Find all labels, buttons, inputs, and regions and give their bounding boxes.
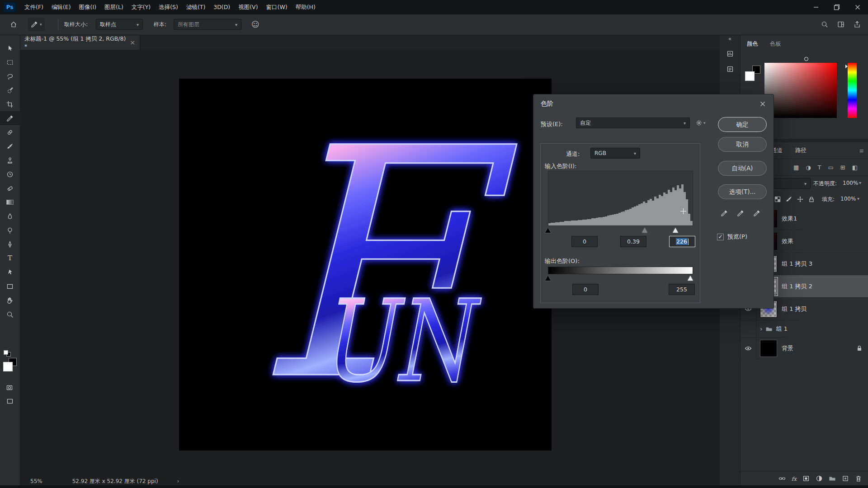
saturation-brightness-field[interactable]: [764, 63, 837, 118]
canvas-artwork[interactable]: F UN: [179, 79, 552, 450]
white-point-eyedropper-icon[interactable]: [753, 210, 760, 217]
hue-slider-marker[interactable]: [845, 65, 848, 68]
gray-point-eyedropper-icon[interactable]: [737, 210, 744, 217]
lock-all-icon[interactable]: [808, 196, 815, 203]
menu-item-3[interactable]: 图层(L): [100, 0, 127, 14]
cancel-button[interactable]: 取消: [718, 137, 767, 152]
screen-mode-button[interactable]: [6, 398, 14, 405]
type-tool[interactable]: T: [0, 251, 20, 265]
input-black-field[interactable]: 0: [571, 236, 598, 247]
foreground-background-swatch[interactable]: [3, 358, 17, 371]
panel-menu-icon[interactable]: ≡: [859, 147, 864, 154]
restore-button[interactable]: [826, 0, 847, 14]
pen-tool[interactable]: [0, 237, 20, 251]
lock-transparent-icon[interactable]: [774, 196, 781, 203]
close-tab-icon[interactable]: ×: [130, 39, 135, 46]
dodge-tool[interactable]: [0, 223, 20, 237]
search-icon[interactable]: [821, 21, 828, 28]
lasso-tool[interactable]: [0, 69, 20, 83]
zoom-tool[interactable]: [0, 307, 20, 321]
output-black-field[interactable]: 0: [572, 284, 599, 295]
options-button[interactable]: 选项(T)...: [718, 184, 767, 199]
quick-selection-tool[interactable]: [0, 83, 20, 97]
marquee-tool[interactable]: [0, 55, 20, 69]
ok-button[interactable]: 确定: [718, 117, 767, 132]
rectangle-tool[interactable]: [0, 279, 20, 293]
current-tool-button[interactable]: ▾: [28, 18, 45, 31]
type-layer-filter-icon[interactable]: T: [818, 164, 821, 171]
adjustment-layer-filter-icon[interactable]: ◑: [806, 164, 811, 171]
layer-name[interactable]: 效果: [782, 237, 793, 245]
spot-healing-tool[interactable]: [0, 125, 20, 139]
smart-object-filter-icon[interactable]: ⊞: [840, 164, 845, 171]
fill-value[interactable]: 100%: [840, 196, 856, 202]
tab-color[interactable]: 颜色: [747, 40, 758, 48]
channel-dropdown[interactable]: RGB▾: [590, 148, 640, 159]
gradient-tool[interactable]: [0, 195, 20, 209]
layer-row[interactable]: ›组 1: [741, 320, 868, 338]
menu-item-6[interactable]: 滤镜(T): [182, 0, 209, 14]
input-white-field[interactable]: 226: [669, 236, 695, 247]
layer-name[interactable]: 组 1 拷贝 3: [782, 260, 812, 268]
tab-paths[interactable]: 路径: [795, 147, 807, 155]
layer-mask-icon[interactable]: [802, 475, 810, 482]
blur-tool[interactable]: [0, 209, 20, 223]
eyedropper-tool[interactable]: [0, 111, 20, 125]
document-tab[interactable]: 未标题-1 @ 55% (组 1 拷贝 2, RGB/8) * ×: [20, 35, 140, 50]
preset-dropdown[interactable]: 自定▾: [576, 117, 690, 128]
tab-swatches[interactable]: 色板: [770, 40, 781, 48]
preview-checkbox[interactable]: ✓: [717, 234, 724, 240]
menu-item-10[interactable]: 帮助(H): [292, 0, 320, 14]
chevron-down-icon[interactable]: ▾: [857, 196, 859, 201]
dialog-close-button[interactable]: [759, 100, 766, 108]
lock-brush-icon[interactable]: [785, 196, 793, 203]
zoom-level-field[interactable]: 55%: [30, 478, 42, 484]
menu-item-2[interactable]: 图像(I): [75, 0, 100, 14]
output-white-field[interactable]: 255: [669, 284, 695, 295]
menu-item-5[interactable]: 选择(S): [155, 0, 182, 14]
quick-mask-button[interactable]: [6, 384, 13, 391]
lock-position-icon[interactable]: [797, 196, 804, 203]
minimize-button[interactable]: [806, 0, 826, 14]
output-white-slider[interactable]: [688, 276, 693, 281]
layer-thumbnail[interactable]: [760, 340, 777, 357]
preset-options-button[interactable]: ▾: [695, 119, 706, 127]
output-black-slider[interactable]: [545, 276, 551, 281]
layer-visibility-toggle[interactable]: [741, 320, 756, 337]
clone-stamp-tool[interactable]: [0, 153, 20, 167]
layer-name[interactable]: 效果1: [782, 215, 797, 223]
eraser-tool[interactable]: [0, 181, 20, 195]
sample-layers-dropdown[interactable]: 所有图层▾: [174, 19, 241, 30]
adjustment-layer-icon[interactable]: [816, 475, 823, 482]
workspace-switcher-icon[interactable]: [837, 21, 844, 28]
menu-item-1[interactable]: 编辑(E): [47, 0, 75, 14]
dialog-title-bar[interactable]: 色阶: [533, 94, 774, 113]
layer-name[interactable]: 组 1: [776, 325, 788, 333]
history-brush-tool[interactable]: [0, 167, 20, 181]
default-colors-icon[interactable]: [4, 350, 11, 357]
auto-button[interactable]: 自动(A): [718, 161, 767, 176]
layer-row[interactable]: 背景: [741, 338, 868, 359]
collapse-panels-icon[interactable]: «: [720, 35, 740, 42]
black-point-eyedropper-icon[interactable]: [721, 210, 728, 217]
status-chevron-icon[interactable]: ›: [177, 478, 179, 484]
hue-slider[interactable]: [848, 63, 857, 118]
artboard-filter-icon[interactable]: ◧: [852, 164, 858, 171]
expand-group-icon[interactable]: ›: [760, 325, 763, 333]
menu-item-8[interactable]: 视图(V): [234, 0, 262, 14]
hand-tool[interactable]: [0, 293, 20, 307]
opacity-value[interactable]: 100%: [843, 180, 858, 186]
menu-item-9[interactable]: 窗口(W): [262, 0, 292, 14]
share-icon[interactable]: [854, 21, 861, 28]
layer-style-icon[interactable]: fx: [792, 475, 797, 482]
link-layers-icon[interactable]: [778, 475, 786, 482]
crop-tool[interactable]: [0, 97, 20, 111]
menu-item-4[interactable]: 文字(Y): [127, 0, 155, 14]
foreground-color-swatch[interactable]: [745, 71, 755, 81]
layer-name[interactable]: 组 1 拷贝: [782, 305, 807, 313]
foreground-color-swatch[interactable]: [3, 362, 13, 371]
move-tool[interactable]: [0, 41, 20, 55]
close-button[interactable]: [847, 0, 868, 14]
histogram-panel-icon[interactable]: [720, 50, 740, 57]
path-selection-tool[interactable]: [0, 265, 20, 279]
